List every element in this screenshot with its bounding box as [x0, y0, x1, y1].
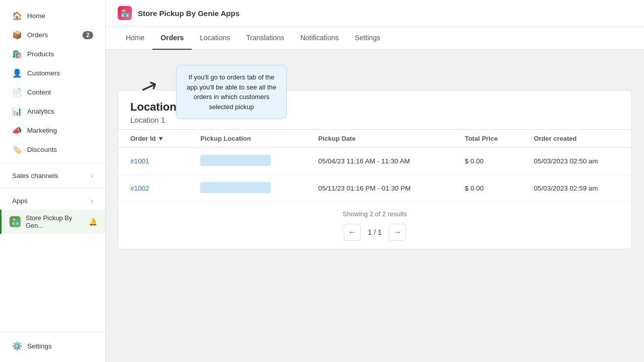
sidebar-item-label: Customers — [27, 69, 93, 77]
order-created-2: 05/03/2023 02:59 am — [522, 175, 631, 202]
tab-settings[interactable]: Settings — [347, 27, 388, 50]
sidebar-item-customers[interactable]: 👤 Customers — [4, 64, 101, 82]
sidebar-item-label: Products — [27, 50, 93, 58]
chevron-right-icon: › — [91, 172, 93, 179]
sidebar-item-marketing[interactable]: 📣 Marketing — [4, 121, 101, 140]
page-info: 1 / 1 — [365, 228, 384, 236]
page-total: 1 — [378, 228, 382, 236]
col-order-created: Order created — [522, 130, 631, 148]
orders-badge: 2 — [83, 31, 93, 39]
app-title: Store Pickup By Genie Apps — [138, 9, 239, 18]
discounts-icon: 🏷️ — [12, 145, 22, 154]
col-order-id[interactable]: Order Id ▼ — [118, 130, 188, 148]
sidebar-item-label: Home — [27, 12, 93, 20]
pickup-date-1: 05/04/23 11:16 AM - 11:30 AM — [306, 148, 452, 175]
page-separator: / — [374, 228, 376, 236]
pickup-location-bar-2 — [200, 182, 271, 193]
prev-page-button[interactable]: ← — [344, 224, 361, 241]
sidebar-item-label: Discounts — [27, 146, 93, 153]
tab-orders[interactable]: Orders — [152, 27, 192, 50]
analytics-icon: 📊 — [12, 107, 22, 116]
apps-label: Apps — [12, 197, 86, 205]
sidebar-item-discounts[interactable]: 🏷️ Discounts — [4, 140, 101, 159]
settings-icon: ⚙️ — [12, 341, 22, 351]
col-pickup-date: Pickup Date — [306, 130, 452, 148]
orders-icon: 📦 — [12, 30, 22, 40]
order-created-1: 05/03/2023 02:50 am — [522, 148, 631, 175]
table-row: #1001 05/04/23 11:16 AM - 11:30 AM $ 0.0… — [118, 148, 631, 175]
order-id-1: #1001 — [118, 148, 188, 175]
sales-channels-label: Sales channels — [12, 172, 86, 179]
tab-locations[interactable]: Locations — [192, 27, 238, 50]
pickup-location-1 — [188, 148, 306, 175]
store-pickup-app-icon: 🏪 — [10, 216, 21, 227]
content-icon: 📄 — [12, 87, 22, 97]
marketing-icon: 📣 — [12, 126, 22, 135]
pickup-location-2 — [188, 175, 306, 202]
col-total-price: Total Price — [453, 130, 522, 148]
total-price-1: $ 0.00 — [453, 148, 522, 175]
sidebar-item-store-pickup[interactable]: 🏪 Store Pickup By Gen... 🔔 — [0, 210, 105, 234]
tab-navigation: Home Orders Locations Translations Notif… — [106, 27, 644, 50]
sidebar-item-sales-channels[interactable]: Sales channels › — [4, 167, 101, 184]
total-price-2: $ 0.00 — [453, 175, 522, 202]
sidebar-item-label: Content — [27, 88, 93, 96]
sidebar-item-settings[interactable]: ⚙️ Settings — [4, 337, 101, 355]
app-header: 🏪 Store Pickup By Genie Apps — [106, 0, 644, 27]
customers-icon: 👤 — [12, 68, 22, 78]
tab-translations[interactable]: Translations — [238, 27, 292, 50]
sidebar-item-content[interactable]: 📄 Content — [4, 83, 101, 102]
sidebar-divider-1 — [0, 163, 105, 163]
sidebar-item-label: Marketing — [27, 127, 93, 134]
order-id-2: #1002 — [118, 175, 188, 202]
sidebar-item-label: Orders — [27, 31, 77, 39]
home-icon: 🏠 — [12, 11, 22, 21]
table-header: Order Id ▼ Pickup Location Pickup Date T… — [118, 130, 631, 148]
settings-label: Settings — [27, 342, 93, 350]
sidebar-item-label: Analytics — [27, 108, 93, 115]
sidebar-divider-2 — [0, 188, 105, 189]
tab-notifications[interactable]: Notifications — [292, 27, 347, 50]
sidebar-item-analytics[interactable]: 📊 Analytics — [4, 102, 101, 121]
showing-text: Showing 2 of 2 results — [343, 210, 407, 218]
orders-table: Order Id ▼ Pickup Location Pickup Date T… — [118, 129, 631, 202]
sort-icon: ▼ — [157, 135, 164, 142]
col-pickup-location: Pickup Location — [188, 130, 306, 148]
products-icon: 🛍️ — [12, 49, 22, 59]
sidebar: 🏠 Home 📦 Orders 2 🛍️ Products 👤 Customer… — [0, 0, 106, 362]
app-logo: 🏪 — [118, 6, 132, 20]
sidebar-item-orders[interactable]: 📦 Orders 2 — [4, 26, 101, 44]
sidebar-item-apps[interactable]: Apps › — [4, 193, 101, 209]
pagination-area: Showing 2 of 2 results ← 1 / 1 → — [118, 202, 631, 249]
notification-bell-icon: 🔔 — [89, 218, 97, 226]
order-link-1001[interactable]: #1001 — [130, 157, 149, 165]
pagination-controls: ← 1 / 1 → — [344, 224, 406, 241]
pickup-date-2: 05/11/23 01:16 PM - 01:30 PM — [306, 175, 452, 202]
chevron-right-icon-apps: › — [91, 198, 93, 205]
main-content: 🏪 Store Pickup By Genie Apps Home Orders… — [106, 0, 644, 362]
table-row: #1002 05/11/23 01:16 PM - 01:30 PM $ 0.0… — [118, 175, 631, 202]
table-body: #1001 05/04/23 11:16 AM - 11:30 AM $ 0.0… — [118, 148, 631, 202]
tooltip-callout: If you'll go to orders tab of the app yo… — [176, 65, 287, 119]
next-page-button[interactable]: → — [389, 224, 406, 241]
page-current: 1 — [368, 228, 372, 236]
pickup-location-bar-1 — [200, 155, 271, 166]
order-link-1002[interactable]: #1002 — [130, 185, 149, 192]
tab-home[interactable]: Home — [118, 27, 152, 50]
sidebar-item-home[interactable]: 🏠 Home — [4, 7, 101, 25]
store-pickup-label: Store Pickup By Gen... — [26, 214, 84, 229]
page-content: ↗ If you'll go to orders tab of the app … — [106, 50, 644, 362]
tooltip-text: If you'll go to orders tab of the app yo… — [187, 73, 276, 111]
sidebar-item-products[interactable]: 🛍️ Products — [4, 45, 101, 63]
